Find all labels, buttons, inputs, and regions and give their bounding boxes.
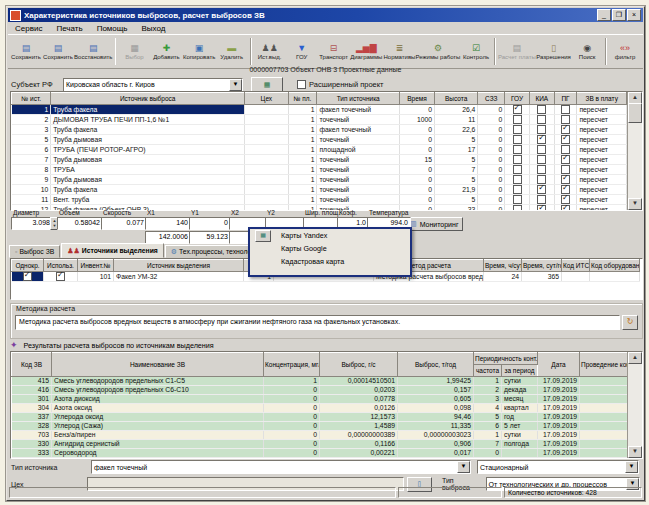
code-cell[interactable]: 703 [12, 431, 52, 440]
site-number-cell[interactable]: 1 [288, 185, 317, 195]
emission-tyear-cell[interactable]: 0,017 [398, 449, 474, 458]
time-cell[interactable]: 0 [399, 105, 434, 115]
monitoring-button[interactable]: ▥ Мониторинг [405, 217, 463, 231]
date-cell[interactable]: 17.09.2019 [538, 422, 580, 431]
kia-checkbox[interactable] [537, 115, 546, 124]
height-cell[interactable]: 5 [435, 135, 478, 145]
gou-checkbox[interactable] [513, 175, 522, 184]
time-cell[interactable]: 0 [399, 175, 434, 185]
source-type-cell[interactable]: точечный [317, 165, 400, 175]
table-row[interactable]: 703Бенз/а/пирен00,000000003890,000000030… [12, 431, 628, 440]
star-icon[interactable]: ✦ [10, 340, 18, 350]
toolbar-button-charts[interactable]: ▂▅▇Диаграммы [350, 36, 383, 67]
pay-cell[interactable]: пересчет [577, 175, 627, 185]
column-header[interactable]: Время, ч/сут [484, 260, 522, 272]
days-per-year-cell[interactable]: 365 [522, 272, 562, 282]
pay-cell[interactable]: пересчет [577, 145, 627, 155]
source-name-cell[interactable]: Труба дымовая [51, 175, 245, 185]
code-cell[interactable]: 330 [12, 440, 52, 449]
szz-cell[interactable]: 0 [478, 125, 505, 135]
szz-cell[interactable]: 0 [478, 105, 505, 115]
emission-gs-cell[interactable]: 12,1573 [320, 413, 398, 422]
emission-tyear-cell[interactable]: 0,00000003023 [398, 431, 474, 440]
kia-checkbox[interactable] [537, 135, 546, 144]
used-checkbox[interactable] [44, 272, 78, 282]
column-header[interactable]: Тип источника [317, 93, 400, 105]
pg-checkbox[interactable] [554, 195, 577, 205]
kia-checkbox[interactable] [529, 125, 554, 135]
kia-checkbox[interactable] [529, 135, 554, 145]
gou-checkbox[interactable] [505, 165, 530, 175]
site-number-cell[interactable]: 1 [288, 115, 317, 125]
toolbar-button-gas-cleaning[interactable]: ▼ГОУ [286, 36, 318, 67]
concentration-cell[interactable]: 1 [264, 377, 320, 386]
time-cell[interactable]: 0 [399, 165, 434, 175]
column-header[interactable]: Код ИТС [562, 260, 590, 272]
column-header[interactable]: Высота [435, 93, 478, 105]
param-field-5[interactable]: 0 [189, 217, 231, 230]
scroll-up-icon[interactable]: ▲ [628, 352, 642, 364]
source-type-combobox[interactable]: факел точечный ▼ [91, 460, 471, 474]
emission-gs-cell[interactable]: 0,0778 [320, 395, 398, 404]
site-number-cell[interactable]: 1 [288, 195, 317, 205]
frequency-cell[interactable]: 1 [474, 431, 502, 440]
time-cell[interactable]: 1000 [399, 115, 434, 125]
table-row[interactable]: 328Углерод (Сажа)01,458911,33565 лет17.0… [12, 422, 628, 431]
emission-gs-cell[interactable]: 0,00000000389 [320, 431, 398, 440]
toolbar-button-emission-units[interactable]: ♟♟Ист.выд. [254, 36, 286, 67]
pg-checkbox[interactable] [554, 175, 577, 185]
kia-checkbox[interactable] [529, 105, 554, 115]
pg-checkbox[interactable] [561, 165, 570, 174]
emission-tyear-cell[interactable]: 0,098 [398, 404, 474, 413]
toolbar-button-restore[interactable]: ▤Восстановить [74, 36, 113, 67]
gou-checkbox[interactable] [513, 105, 522, 114]
hours-per-day-cell[interactable]: 24 [484, 272, 522, 282]
source-type-cell[interactable]: точечный [317, 185, 400, 195]
param-field-2[interactable]: 0.58042 [57, 217, 103, 230]
source-number-cell[interactable]: 5 [12, 135, 51, 145]
table-row[interactable]: 301Азота диоксид00,07780,6053месяц17.09.… [12, 395, 628, 404]
frequency-cell[interactable]: 4 [474, 404, 502, 413]
concentration-cell[interactable]: 0 [264, 431, 320, 440]
pg-checkbox[interactable] [561, 125, 570, 134]
height-cell[interactable]: 5 [435, 155, 478, 165]
date-cell[interactable]: 17.09.2019 [538, 404, 580, 413]
column-header[interactable]: ЗВ в плату [577, 93, 627, 105]
period-cell[interactable]: квартал [502, 404, 538, 413]
table-row[interactable]: 416Смесь углеводородов предельных С6-С10… [12, 386, 628, 395]
menu-item-3[interactable]: Выход [135, 24, 173, 33]
control-cell[interactable] [580, 377, 628, 386]
height-cell[interactable]: 17 [435, 145, 478, 155]
column-header[interactable]: СЗЗ [478, 93, 505, 105]
shop-cell[interactable] [245, 185, 288, 195]
column-header[interactable]: ПГ [554, 93, 577, 105]
gou-checkbox[interactable] [513, 115, 522, 124]
param-field-row2-5[interactable]: 59.123 [189, 231, 231, 244]
kia-checkbox[interactable] [537, 175, 546, 184]
source-type-cell[interactable]: точечный [317, 175, 400, 185]
its-code-cell[interactable] [562, 272, 590, 282]
emission-gs-cell[interactable]: 0,0203 [320, 386, 398, 395]
frequency-cell[interactable]: 7 [474, 440, 502, 449]
time-cell[interactable]: 0 [399, 185, 434, 195]
szz-cell[interactable]: 0 [478, 165, 505, 175]
period-cell[interactable]: месяц [502, 395, 538, 404]
height-cell[interactable]: 7 [435, 165, 478, 175]
table-row[interactable]: 1Труба факела1факел точечный026,40пересч… [12, 105, 627, 115]
toolbar-button-delete[interactable]: ▬Удалить [216, 36, 248, 67]
date-cell[interactable]: 17.09.2019 [538, 386, 580, 395]
toolbar-button-search[interactable]: ◉Поиск [571, 36, 603, 67]
column-header[interactable]: Инвент.№ [78, 260, 114, 272]
control-cell[interactable] [580, 395, 628, 404]
pg-checkbox[interactable] [554, 155, 577, 165]
source-name-cell[interactable]: Вент. труба [51, 195, 245, 205]
shop-cell[interactable] [245, 105, 288, 115]
site-number-cell[interactable]: 1 [288, 105, 317, 115]
table-row[interactable]: 5Труба дымовая1точечный050пересчет [12, 135, 627, 145]
kia-checkbox[interactable] [529, 195, 554, 205]
szz-cell[interactable]: 0 [478, 135, 505, 145]
source-type-cell[interactable]: площадной [317, 145, 400, 155]
code-cell[interactable]: 416 [12, 386, 52, 395]
emission-tyear-cell[interactable]: 1,99425 [398, 377, 474, 386]
gou-checkbox[interactable] [513, 135, 522, 144]
